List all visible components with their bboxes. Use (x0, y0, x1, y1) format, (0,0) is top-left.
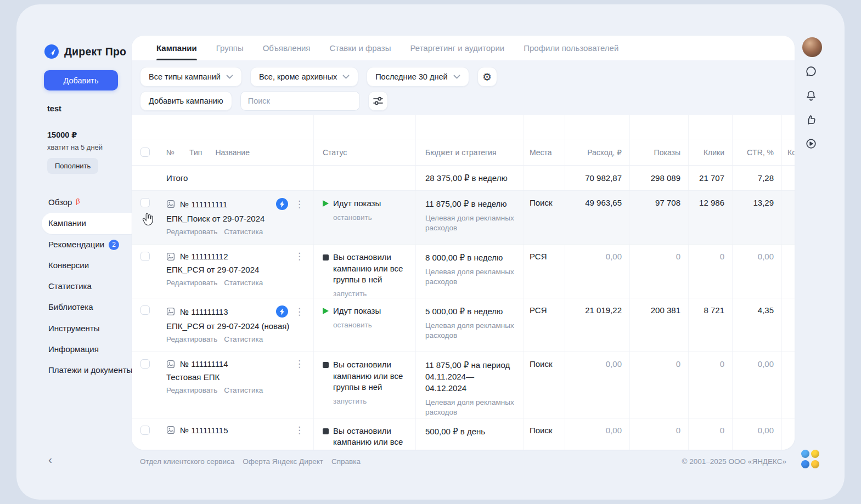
table-row[interactable]: № 111111112⋮ЕПК_РСЯ от 29-07-2024Редакти… (132, 245, 795, 298)
campaign-name[interactable]: Тестовая ЕПК (166, 372, 313, 382)
table-row[interactable]: № 111111115⋮Вы остановили кампанию или в… (132, 418, 795, 450)
row-checkbox[interactable] (140, 426, 150, 435)
sidebar-item[interactable]: Библиотека (42, 297, 140, 318)
footer-links: Отдел клиентского сервисаОферта Яндекс Д… (140, 457, 361, 466)
table-row[interactable]: № 111111113⋮ЕПК_РСЯ от 29-07-2024 (новая… (132, 298, 795, 352)
campaign-type-dropdown[interactable]: Все типы кампаний (140, 67, 242, 87)
clicks-value: 0 (720, 359, 724, 369)
footer-link[interactable]: Справка (331, 457, 361, 466)
sidebar-collapse-button[interactable]: ‹ (48, 453, 52, 466)
edit-link[interactable]: Редактировать (166, 228, 217, 236)
emoji-face (811, 460, 819, 468)
columns-settings-button[interactable]: ⚙ (477, 67, 497, 87)
tab[interactable]: Группы (216, 36, 244, 60)
footer-link[interactable]: Оферта Яндекс Директ (243, 457, 323, 466)
sidebar-item[interactable]: Обзорβ (42, 192, 140, 213)
filter-row-1: Все типы кампаний Все, кроме архивных По… (140, 67, 786, 87)
boost-badge[interactable] (276, 198, 288, 210)
row-menu-button[interactable]: ⋮ (293, 426, 306, 435)
row-menu-button[interactable]: ⋮ (293, 252, 306, 261)
period-dropdown[interactable]: Последние 30 дней (367, 67, 469, 87)
sidebar-item[interactable]: Статистика (42, 276, 140, 297)
boost-badge[interactable] (276, 305, 288, 318)
sidebar-item[interactable]: Платежи и документы (42, 360, 140, 381)
select-all-checkbox[interactable] (140, 148, 150, 157)
campaign-number: № 111111111 (180, 200, 227, 209)
row-checkbox[interactable] (140, 359, 150, 369)
sidebar-item-label: Конверсии (48, 260, 89, 271)
col-header-name[interactable]: Название (215, 148, 250, 157)
thumbs-up-icon[interactable] (804, 113, 818, 126)
sidebar-item[interactable]: Рекомендации2 (42, 234, 140, 255)
status-action-link[interactable]: запустить (333, 290, 367, 298)
play-video-icon[interactable] (804, 137, 818, 150)
col-header-conversions[interactable]: Ко (787, 148, 795, 157)
sidebar-item[interactable]: Кампании (42, 213, 140, 234)
campaign-name[interactable]: ЕПК_РСЯ от 29-07-2024 (новая) (166, 321, 313, 331)
gear-icon: ⚙ (482, 72, 492, 82)
col-header-spend[interactable]: Расход, ₽ (587, 148, 622, 157)
edit-link[interactable]: Редактировать (166, 386, 217, 394)
tab[interactable]: Объявления (263, 36, 311, 60)
account-name[interactable]: test (47, 104, 142, 113)
budget-value: 11 875,00 ₽ на период 04.11.2024— 04.12.… (425, 359, 516, 394)
table-row[interactable]: № 111111111⋮ЕПК_Поиск от 29-07-2024Редак… (132, 191, 795, 245)
col-header-ctr[interactable]: CTR, % (747, 148, 774, 157)
col-header-shows[interactable]: Показы (654, 148, 680, 157)
edit-link[interactable]: Редактировать (166, 335, 217, 343)
footer-link[interactable]: Отдел клиентского сервиса (140, 457, 234, 466)
sidebar-item[interactable]: Конверсии (42, 255, 140, 276)
campaign-number: № 111111113 (180, 307, 228, 316)
tab[interactable]: Ставки и фразы (329, 36, 391, 60)
tab[interactable]: Профили пользователей (524, 36, 618, 60)
col-header-places[interactable]: Места (530, 148, 552, 157)
campaign-type-icon (166, 360, 175, 369)
stats-link[interactable]: Статистика (224, 335, 263, 343)
campaign-state-dropdown[interactable]: Все, кроме архивных (250, 67, 358, 87)
row-checkbox[interactable] (140, 305, 150, 315)
clicks-value: 0 (720, 426, 724, 435)
spend-value: 0,00 (606, 252, 622, 261)
topup-button[interactable]: Пополнить (47, 158, 98, 174)
status-running-icon (323, 200, 329, 207)
campaign-type-dropdown-value: Все типы кампаний (149, 72, 221, 81)
table-row[interactable]: № 111111114⋮Тестовая ЕПКРедактироватьСта… (132, 352, 795, 418)
status-action-link[interactable]: остановить (333, 213, 372, 222)
status-text: Вы остановили кампанию или все группы в … (333, 359, 410, 393)
user-avatar[interactable] (802, 37, 822, 57)
col-header-clicks[interactable]: Клики (704, 148, 724, 157)
row-checkbox[interactable] (140, 198, 150, 207)
stats-link[interactable]: Статистика (224, 228, 263, 236)
col-header-status[interactable]: Статус (323, 148, 347, 157)
campaign-name[interactable]: ЕПК_Поиск от 29-07-2024 (166, 214, 313, 223)
chat-icon[interactable] (804, 65, 818, 78)
notifications-bell-icon[interactable] (804, 89, 818, 102)
add-campaign-button[interactable]: Добавить кампанию (140, 91, 232, 111)
add-button[interactable]: Добавить (44, 70, 118, 90)
col-header-number[interactable]: № (166, 148, 175, 157)
campaign-name[interactable]: ЕПК_РСЯ от 29-07-2024 (166, 265, 313, 274)
filter-settings-button[interactable] (368, 91, 388, 111)
sidebar-item[interactable]: Инструменты (42, 318, 140, 339)
clicks-value: 0 (720, 252, 724, 261)
row-menu-button[interactable]: ⋮ (293, 307, 306, 316)
row-checkbox[interactable] (140, 252, 150, 261)
tab[interactable]: Кампании (156, 36, 197, 60)
search-input[interactable] (240, 91, 360, 111)
campaign-number: № 111111114 (180, 359, 228, 369)
col-header-budget[interactable]: Бюджет и стратегия (425, 148, 496, 157)
spend-value: 0,00 (606, 426, 622, 435)
tab[interactable]: Ретаргетинг и аудитории (410, 36, 504, 60)
stats-link[interactable]: Статистика (224, 386, 263, 394)
status-action-link[interactable]: остановить (333, 321, 372, 329)
status-action-link[interactable]: запустить (333, 397, 367, 405)
stats-link[interactable]: Статистика (224, 279, 263, 287)
col-header-type[interactable]: Тип (189, 148, 202, 157)
row-menu-button[interactable]: ⋮ (293, 359, 306, 369)
edit-link[interactable]: Редактировать (166, 279, 217, 287)
row-menu-button[interactable]: ⋮ (293, 200, 306, 209)
sidebar-item[interactable]: Информация (42, 339, 140, 360)
sidebar-menu: ОбзорβКампанииРекомендации2КонверсииСтат… (42, 192, 140, 381)
totals-label: Итого (166, 173, 188, 183)
emoji-widget[interactable] (801, 450, 820, 468)
